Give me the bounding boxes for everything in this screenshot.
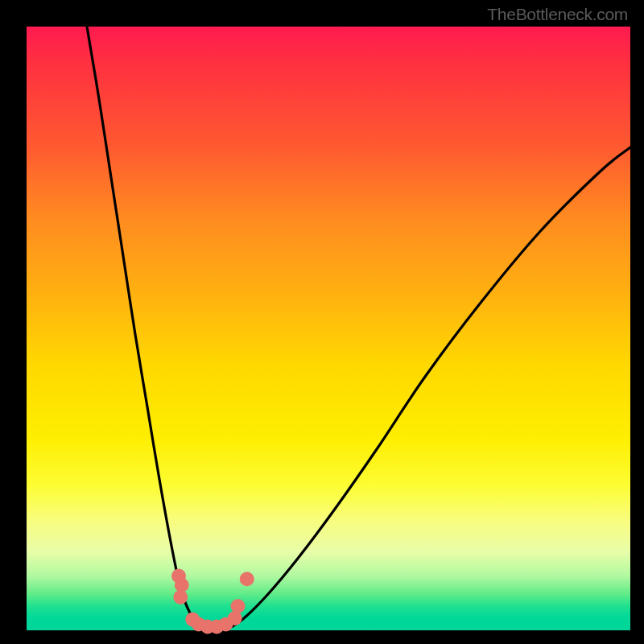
marker-dot — [231, 599, 246, 613]
series-left-curve — [87, 27, 208, 630]
marker-dot — [173, 590, 188, 605]
series-layer — [87, 27, 630, 630]
plot-area — [27, 27, 630, 630]
series-right-curve — [226, 147, 631, 630]
marker-dot — [228, 611, 242, 625]
marker-dot — [240, 572, 254, 586]
chart-svg — [27, 27, 630, 630]
watermark-text: TheBottleneck.com — [487, 5, 628, 24]
marker-layer — [171, 569, 254, 634]
